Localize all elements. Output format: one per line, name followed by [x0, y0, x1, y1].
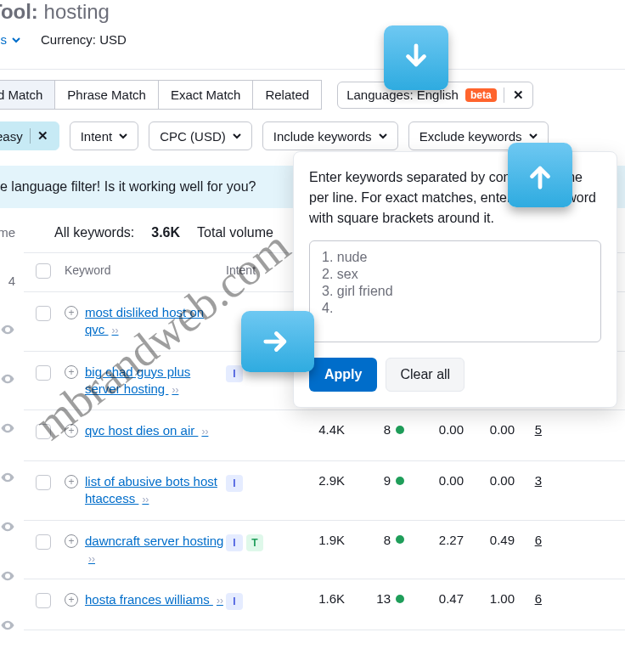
exclude-help-text: Enter keywords separated by commas or on…: [309, 167, 601, 229]
currency-label: Currency: USD: [41, 32, 127, 47]
chevron-down-icon: [119, 132, 127, 140]
page-title: Tool: hosting: [0, 0, 625, 24]
serp-link[interactable]: 6: [515, 591, 549, 606]
serp-link[interactable]: 5: [515, 422, 549, 437]
kd-cell: 8: [345, 422, 404, 437]
cpc-cell: 2.27: [404, 533, 464, 547]
table-row: + list of abusive bots host htaccess ›› …: [24, 461, 625, 521]
intent-cell: I: [226, 364, 285, 382]
all-keywords-count: 3.6K: [151, 225, 180, 240]
competition-cell: 0.00: [464, 422, 515, 437]
clear-all-button[interactable]: Clear all: [386, 358, 465, 392]
keyword-link[interactable]: list of abusive bots host htaccess ››: [85, 473, 226, 508]
filter-kd-easy[interactable]: easy ✕: [0, 121, 59, 150]
row-checkbox[interactable]: [36, 365, 51, 381]
row-stat: 5: [0, 371, 15, 387]
divider: [0, 69, 625, 70]
chevron-right-icon: ››: [201, 426, 208, 438]
filter-cpc[interactable]: CPC (USD): [149, 121, 252, 150]
row-checkbox[interactable]: [36, 475, 51, 490]
kd-cell: 8: [345, 533, 404, 547]
language-filter-label: Languages: English: [346, 88, 459, 102]
kd-cell: 13: [345, 591, 404, 606]
cpc-cell: 0.00: [404, 422, 464, 437]
intent-cell: [226, 422, 285, 424]
table-row: + dawncraft server hosting ›› IT 1.9K 8 …: [24, 521, 625, 580]
row-stat: 6: [0, 618, 15, 633]
row-checkbox[interactable]: [36, 534, 51, 550]
tool-value: hosting: [44, 0, 110, 23]
expand-icon[interactable]: +: [65, 475, 78, 488]
cpc-cell: 0.00: [404, 473, 464, 488]
filters-row: easy ✕ Intent CPC (USD) Include keywords…: [0, 121, 625, 150]
chevron-down-icon: [529, 132, 538, 140]
chevron-right-icon: ››: [112, 325, 119, 336]
tab-related[interactable]: Related: [253, 80, 322, 110]
keyword-link[interactable]: big chad guys plus server hosting ››: [85, 364, 226, 398]
competition-cell: 0.00: [464, 473, 515, 488]
tab-broad-match[interactable]: d Match: [0, 80, 55, 110]
serp-link[interactable]: 3: [515, 473, 549, 488]
row-stat: 7: [0, 470, 15, 485]
eye-icon: [0, 421, 15, 436]
table-row: + hosta frances williams ›› I 1.6K 13 0.…: [24, 579, 625, 630]
volume-cell: 1.6K: [285, 591, 345, 606]
keyword-link[interactable]: dawncraft server hosting ››: [85, 533, 226, 568]
competition-cell: 1.00: [464, 591, 515, 606]
filter-intent[interactable]: Intent: [70, 121, 139, 150]
volume-cell: 1.9K: [285, 533, 345, 547]
tab-phrase-match[interactable]: Phrase Match: [55, 80, 159, 110]
row-checkbox[interactable]: [36, 593, 51, 608]
tab-exact-match[interactable]: Exact Match: [159, 80, 254, 110]
row-stat: 5: [0, 568, 15, 584]
row-stat: 9: [0, 421, 15, 436]
expand-icon[interactable]: +: [65, 365, 78, 379]
kd-dot-icon: [396, 535, 404, 544]
exclude-keyword-line: 1. nude: [322, 250, 588, 265]
chevron-down-icon: [12, 36, 20, 44]
remove-language-filter-button[interactable]: ✕: [504, 88, 524, 103]
column-keyword[interactable]: Keyword: [65, 263, 226, 281]
competition-cell: 0.49: [464, 533, 515, 547]
apply-button[interactable]: Apply: [309, 358, 377, 392]
side-group-count: 4: [8, 274, 15, 288]
keyword-link[interactable]: hosta frances williams ››: [85, 591, 223, 608]
database-dropdown[interactable]: tes: [0, 32, 20, 47]
select-all-checkbox[interactable]: [36, 263, 51, 279]
intent-badge-I: I: [226, 593, 243, 610]
exclude-keywords-textarea[interactable]: 1. nude2. sex3. girl friend4.: [309, 240, 601, 342]
eye-icon: [0, 470, 15, 485]
intent-cell: I: [226, 473, 285, 492]
expand-icon[interactable]: +: [65, 534, 78, 548]
table-row: + qvc host dies on air ›› 4.4K 8 0.00 0.…: [24, 410, 625, 461]
expand-icon[interactable]: +: [65, 593, 78, 607]
row-checkbox[interactable]: [36, 424, 51, 439]
chevron-down-icon: [379, 132, 387, 140]
serp-link[interactable]: 6: [515, 533, 549, 547]
kd-dot-icon: [396, 477, 404, 485]
eye-icon: [0, 568, 15, 584]
expand-icon[interactable]: +: [65, 424, 78, 438]
intent-cell: IT: [226, 533, 285, 551]
exclude-keywords-panel: Enter keywords separated by commas or on…: [293, 151, 617, 408]
intent-badge-T: T: [246, 534, 263, 551]
remove-kd-filter-button[interactable]: ✕: [30, 128, 48, 144]
cpc-cell: 0.47: [404, 591, 464, 606]
column-intent[interactable]: Intent: [226, 263, 285, 281]
filter-include-keywords[interactable]: Include keywords: [262, 121, 398, 150]
row-stat: 8: [0, 519, 15, 534]
side-group-label: me: [0, 225, 15, 240]
intent-badge-I: I: [226, 475, 243, 492]
chevron-right-icon: ››: [88, 553, 95, 565]
intent-cell: I: [226, 591, 285, 610]
volume-cell: 2.9K: [285, 473, 345, 488]
expand-icon[interactable]: +: [65, 306, 78, 319]
filter-exclude-keywords[interactable]: Exclude keywords: [408, 121, 549, 150]
keyword-link[interactable]: qvc host dies on air ››: [85, 422, 208, 439]
volume-cell: 4.4K: [285, 422, 345, 437]
keyword-link[interactable]: most disliked host on qvc ››: [85, 304, 226, 339]
match-tabs: d Match Phrase Match Exact Match Related…: [0, 80, 625, 110]
chevron-right-icon: ››: [172, 384, 178, 396]
row-checkbox[interactable]: [36, 306, 51, 321]
language-filter-pill[interactable]: Languages: English beta ✕: [337, 82, 532, 109]
